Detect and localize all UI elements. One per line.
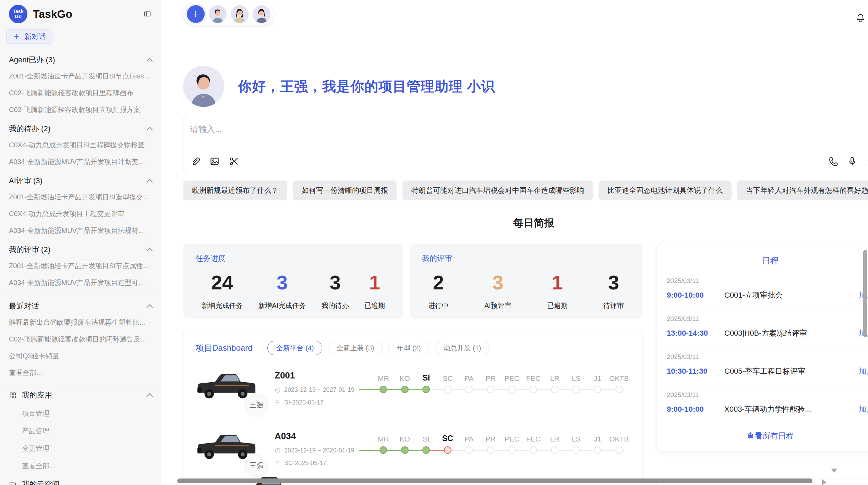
bell-icon[interactable] (856, 13, 865, 23)
suggestion-chip[interactable]: 比亚迪全固态电池计划具体说了什么 (599, 181, 732, 200)
sidebar-item[interactable]: A034-全新新能源MUV产品开发项目造型可行性评审 (0, 274, 161, 291)
milestone-dot (508, 386, 516, 393)
milestone-dot (487, 386, 494, 393)
recent-chat-item[interactable]: C02-飞腾新能源轻客改款项目的闭环通告反馈情况 (0, 331, 161, 348)
chevron-up-icon (146, 127, 153, 133)
schedule-event-title: X003-车辆动力学性能验... (724, 404, 854, 414)
tab-new-body[interactable]: 全新上装 (3) (328, 341, 383, 355)
tab-powertrain[interactable]: 动总开发 (1) (435, 341, 490, 355)
sidebar-item[interactable]: C0X4-动力总成开发项目工程变更评审 (0, 206, 161, 222)
cloud-drive-icon (9, 481, 16, 485)
milestone-dot (422, 386, 430, 393)
flag-icon (275, 400, 281, 406)
add-assistant-button[interactable] (187, 5, 205, 23)
message-composer (183, 116, 868, 172)
project-row[interactable]: 王强 A034 2023-12-19 ~ 2026-01-19 SC-2025-… (196, 431, 630, 467)
sidebar-item[interactable]: Z001-全新燃油轻卡产品开发项目SI造型提交物评审 (0, 189, 161, 206)
schedule-item: 2025/03/11 9:00-10:00 C001-立项审批会 加入 (667, 271, 868, 309)
recent-chat-item[interactable]: 公司Q3轻卡销量 (0, 348, 161, 364)
section-header-agent-done[interactable]: Agent已办 (3) (0, 49, 161, 68)
sidebar-header: Task Go TaskGo (0, 0, 161, 25)
sidebar-subitem-view-all[interactable]: 查看全部... (0, 457, 161, 475)
schedule-item: 2025/03/11 10:30-11:30 C005-整车工程目标评审 加入 (667, 347, 868, 385)
phone-icon[interactable] (828, 156, 838, 166)
vertical-scrollbar-thumb[interactable] (863, 250, 867, 337)
schedule-event-title: C001-立项审批会 (724, 290, 854, 300)
composer-left-tools (190, 156, 239, 166)
scroll-down-arrow[interactable] (831, 469, 837, 473)
assistant-avatar[interactable] (231, 5, 249, 23)
chat-input[interactable] (190, 124, 681, 134)
stat-ai-prereview: 3 AI预评审 (484, 271, 511, 310)
section-header-ai-review[interactable]: AI评审 (3) (0, 170, 161, 189)
tab-year-model[interactable]: 年型 (2) (388, 341, 429, 355)
sidebar-item[interactable]: C0X4-动力总成开发项目SI里程碑提交物检查 (0, 137, 161, 153)
schedule-title: 日程 (667, 252, 868, 271)
new-chat-label: 新对话 (24, 32, 46, 41)
scroll-right-arrow[interactable] (822, 479, 827, 485)
milestone-dot (487, 446, 494, 454)
suggestion-chip[interactable]: 欧洲新规最近颁布了什么？ (183, 181, 287, 200)
schedule-time: 9:00-10:00 (667, 291, 721, 300)
project-row[interactable]: 王强 Z001 2023-12-19 ~ 2027-01-19 SI-2025-… (196, 370, 630, 406)
composer-right-tools (828, 156, 868, 166)
project-vehicle-image: 王强 (196, 431, 263, 467)
sidebar-subitem-product-mgmt[interactable]: 产品管理 (0, 422, 161, 440)
schedule-card: 日程 2025/03/11 9:00-10:00 C001-立项审批会 加入 2… (656, 244, 868, 451)
sidebar-item-cloud-space[interactable]: 我的云空间 (0, 475, 161, 485)
sidebar-item[interactable]: C02-飞腾新能源轻客改款项目里程碑画布 (0, 85, 161, 101)
suggestion-chip[interactable]: 如何写一份清晰的项目周报 (293, 181, 397, 200)
briefing-left-column: 任务进度 24 新增完成任务 3 新增AI完成任务 3 (183, 244, 642, 485)
join-meeting-link[interactable]: 加入 (859, 366, 868, 376)
send-icon[interactable] (866, 156, 868, 166)
milestone-track: MR KO SI SC PA PR PEC FEC LR LS J1 (373, 372, 630, 396)
milestone-dot (508, 446, 516, 454)
assistant-avatar[interactable] (253, 5, 270, 23)
sidebar-item[interactable]: Z001-全新燃油皮卡产品开发项目SI节点Lesson Learn报告 (0, 68, 161, 85)
current-milestone-label: SC (442, 432, 453, 443)
assistant-avatar-bar (183, 3, 274, 25)
paperclip-icon[interactable] (190, 156, 201, 166)
new-chat-button[interactable]: 新对话 (6, 29, 52, 44)
assistant-avatar[interactable] (209, 5, 227, 23)
join-meeting-link[interactable]: 加入 (859, 404, 868, 414)
image-icon[interactable] (209, 156, 220, 166)
horizontal-scrollbar-thumb[interactable] (177, 478, 812, 483)
tab-new-platform[interactable]: 全新平台 (4) (267, 341, 322, 355)
milestone-dot (379, 386, 387, 393)
suggestion-chip[interactable]: 特朗普可能对进口汽车增税会对中国车企造成哪些影响 (402, 181, 593, 200)
daily-briefing-title: 每日简报 (513, 217, 554, 228)
section-header-my-todo[interactable]: 我的待办 (2) (0, 118, 161, 137)
project-code: Z001 (275, 370, 361, 381)
mic-icon[interactable] (847, 156, 857, 166)
section-header-recent-chats[interactable]: 最近对话 (0, 296, 161, 314)
sidebar-collapse-icon[interactable] (142, 9, 153, 19)
chevron-up-icon (146, 248, 153, 254)
sidebar-item[interactable]: C02-飞腾新能源轻客改款项目立项汇报方案 (0, 101, 161, 118)
scissors-icon[interactable] (229, 156, 239, 166)
schedule-date: 2025/03/11 (667, 277, 868, 285)
divider (0, 295, 161, 295)
recent-chats-view-all[interactable]: 查看全部... (0, 364, 161, 381)
sidebar: Task Go TaskGo 新对话 Agent已办 (3) Z001-全新燃油… (0, 0, 161, 485)
suggestion-chip[interactable]: 当下年轻人对汽车外观有怎样的喜好趋势 (737, 181, 868, 200)
sidebar-item[interactable]: A034-全新新能源MUV产品开发项目计划变更表编写 (0, 153, 161, 170)
assistant-illustration-avatar (183, 66, 224, 107)
project-info: A034 2023-12-19 ~ 2026-01-19 SC-2025-05-… (275, 431, 361, 467)
sidebar-item[interactable]: A034-全新新能源MUV产品开发项目法规符合性评审 (0, 222, 161, 239)
sidebar-item[interactable]: Z001-全新燃油轻卡产品开发项目SI节点属性5D文件评审 (0, 258, 161, 274)
sidebar-item-my-apps[interactable]: 我的应用 (0, 386, 161, 405)
sidebar-subitem-project-mgmt[interactable]: 项目管理 (0, 405, 161, 422)
recent-chat-item[interactable]: 解释最新出台的欧盟报废车法规再生塑料比例被调至15%... (0, 314, 161, 331)
current-milestone-label: SI (422, 372, 430, 383)
milestone-dot (401, 386, 409, 393)
clock-icon (275, 387, 281, 393)
main-area: 王强 你好，王强，我是你的项目管理助理 小识 欧洲新规最近颁布了什么？ 如 (161, 0, 868, 485)
plus-icon (191, 10, 200, 18)
view-all-schedule-link[interactable]: 查看所有日程 (667, 423, 868, 445)
schedule-date: 2025/03/11 (667, 353, 868, 361)
sidebar-subitem-change-mgmt[interactable]: 变更管理 (0, 440, 161, 457)
milestone-dot (465, 386, 473, 393)
milestone-dot (572, 386, 580, 393)
section-header-my-review[interactable]: 我的评审 (2) (0, 239, 161, 258)
